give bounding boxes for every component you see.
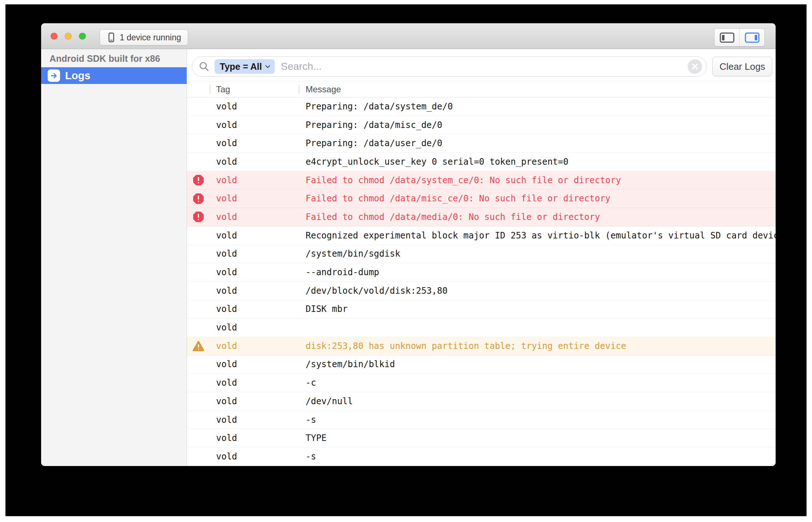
log-row[interactable]: vold Preparing: /data/system_de/0 — [187, 97, 776, 116]
type-filter-dropdown[interactable]: Type = All — [215, 59, 275, 74]
log-tag: vold — [210, 212, 299, 222]
log-message: -s — [299, 451, 776, 462]
log-tag: vold — [210, 378, 299, 388]
log-message: Failed to chmod /data/misc_ce/0: No such… — [299, 193, 776, 204]
main-panel: Type = All — [187, 49, 776, 466]
log-tag: vold — [210, 322, 299, 333]
log-tag: vold — [210, 341, 299, 351]
type-filter-label: Type = All — [220, 61, 262, 72]
toggle-right-panel-button[interactable] — [739, 29, 764, 46]
arrow-right-icon — [48, 69, 60, 82]
screenshot-canvas: 1 device running — [0, 0, 812, 522]
sidebar-item-label: Logs — [65, 70, 90, 82]
log-row[interactable]: vold — [187, 318, 776, 337]
log-row[interactable]: vold DISK mbr — [187, 300, 776, 319]
log-row[interactable]: vold /dev/null — [187, 392, 776, 411]
title-bar[interactable]: 1 device running — [41, 23, 776, 49]
log-tag: vold — [210, 286, 299, 296]
search-field[interactable]: Type = All — [192, 56, 707, 77]
log-tag: vold — [210, 138, 299, 148]
log-tag: vold — [210, 267, 299, 277]
log-tag: vold — [210, 120, 299, 130]
device-name-header: Android SDK built for x86 — [41, 49, 187, 64]
log-row[interactable]: vold Preparing: /data/misc_de/0 — [187, 116, 776, 134]
log-tag: vold — [210, 415, 299, 425]
close-button[interactable] — [51, 33, 57, 40]
error-icon — [193, 193, 204, 204]
log-row[interactable]: vold -c — [187, 374, 776, 392]
error-icon — [193, 174, 204, 186]
warning-icon — [192, 341, 204, 352]
log-row[interactable]: vold e4crypt_unlock_user_key 0 serial=0 … — [187, 153, 776, 171]
log-message: /dev/null — [299, 396, 776, 406]
log-row[interactable]: vold disk:253,80 has unknown partition t… — [187, 337, 776, 356]
log-message: e4crypt_unlock_user_key 0 serial=0 token… — [299, 157, 776, 167]
log-message: /dev/block/vold/disk:253,80 — [299, 286, 776, 296]
table-header: Tag Message — [187, 81, 776, 97]
clear-logs-button[interactable]: Clear Logs — [712, 57, 772, 76]
log-message: TYPE — [299, 433, 776, 443]
minimize-button[interactable] — [65, 33, 72, 40]
log-row[interactable]: vold -s — [187, 411, 776, 429]
log-message: -c — [299, 378, 776, 388]
emulator-log-window: 1 device running — [41, 23, 776, 466]
search-input[interactable] — [275, 61, 688, 72]
log-message: Preparing: /data/user_de/0 — [299, 138, 776, 148]
log-tag: vold — [210, 451, 299, 462]
log-tag: vold — [210, 304, 299, 314]
clear-logs-label: Clear Logs — [720, 61, 765, 72]
log-tag: vold — [210, 396, 299, 406]
log-row[interactable]: vold Preparing: /data/user_de/0 — [187, 134, 776, 153]
zoom-button[interactable] — [79, 33, 86, 40]
device-running-label: 1 device running — [120, 33, 181, 43]
panel-toggle-group — [714, 28, 765, 47]
log-row[interactable]: vold Failed to chmod /data/media/0: No s… — [187, 208, 776, 226]
log-row[interactable]: vold Recognized experimental block major… — [187, 226, 776, 245]
log-row[interactable]: vold -s — [187, 447, 776, 466]
right-panel-icon — [745, 32, 760, 43]
chevron-down-icon — [265, 65, 270, 68]
sidebar: Android SDK built for x86 Logs — [41, 49, 187, 466]
log-message: Preparing: /data/misc_de/0 — [299, 120, 776, 130]
log-message: Failed to chmod /data/system_ce/0: No su… — [299, 175, 776, 185]
log-row[interactable]: vold /system/bin/sgdisk — [187, 245, 776, 264]
log-table: Tag Message vold Preparing: /data/system… — [187, 81, 776, 466]
device-running-button[interactable]: 1 device running — [100, 29, 188, 45]
left-panel-icon — [720, 32, 735, 43]
log-tag: vold — [210, 193, 299, 204]
log-tag: vold — [210, 101, 299, 112]
log-tag: vold — [210, 249, 299, 259]
log-row[interactable]: vold Failed to chmod /data/misc_ce/0: No… — [187, 189, 776, 208]
column-header-tag[interactable]: Tag — [210, 81, 299, 97]
log-message: disk:253,80 has unknown partition table;… — [299, 341, 776, 351]
log-tag: vold — [210, 230, 299, 241]
log-message: Recognized experimental block major ID 2… — [299, 230, 776, 241]
log-row[interactable]: vold /dev/block/vold/disk:253,80 — [187, 282, 776, 300]
log-message: -s — [299, 415, 776, 425]
log-row[interactable]: vold TYPE — [187, 429, 776, 447]
traffic-lights — [51, 33, 86, 40]
log-row[interactable]: vold Failed to chmod /data/system_ce/0: … — [187, 171, 776, 190]
column-header-level — [187, 81, 210, 97]
toggle-left-panel-button[interactable] — [715, 29, 739, 46]
column-header-message[interactable]: Message — [299, 81, 776, 97]
log-row[interactable]: vold /system/bin/blkid — [187, 356, 776, 374]
log-message: DISK mbr — [299, 304, 776, 314]
log-message: /system/bin/sgdisk — [299, 249, 776, 259]
sidebar-item-logs[interactable]: Logs — [41, 67, 187, 84]
log-tag: vold — [210, 359, 299, 369]
log-tag: vold — [210, 157, 299, 167]
log-toolbar: Type = All — [187, 49, 776, 81]
log-message: Failed to chmod /data/media/0: No such f… — [299, 212, 776, 222]
clear-circle-icon[interactable] — [688, 59, 702, 74]
log-message: --android-dump — [299, 267, 776, 277]
search-icon — [199, 61, 210, 72]
log-rows: vold Preparing: /data/system_de/0 vold P… — [187, 97, 776, 466]
log-tag: vold — [210, 433, 299, 443]
phone-icon — [107, 32, 116, 43]
log-tag: vold — [210, 175, 299, 185]
log-row[interactable]: vold --android-dump — [187, 263, 776, 282]
error-icon — [193, 211, 204, 222]
log-message: /system/bin/blkid — [299, 359, 776, 369]
log-message: Preparing: /data/system_de/0 — [299, 101, 776, 112]
